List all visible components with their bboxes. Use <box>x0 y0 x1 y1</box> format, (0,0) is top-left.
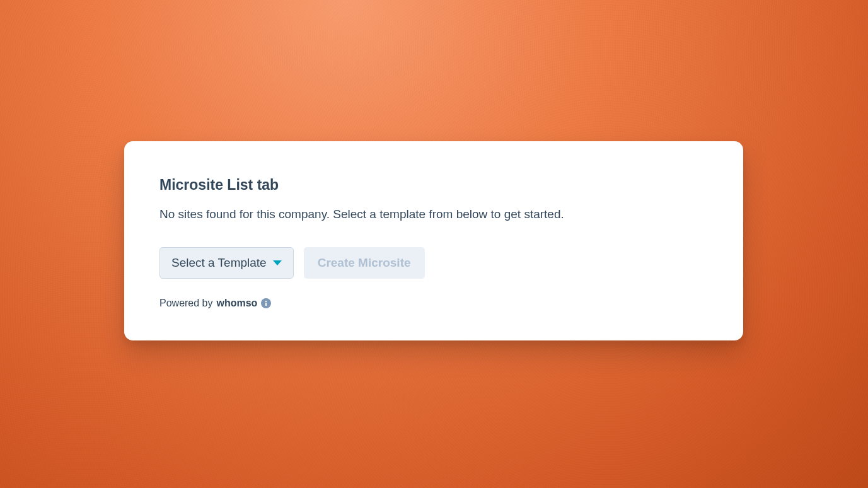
powered-by-footer: Powered by whomso <box>159 298 708 309</box>
card-heading: Microsite List tab <box>159 177 708 194</box>
svg-rect-2 <box>265 301 267 302</box>
powered-by-prefix: Powered by <box>159 298 213 309</box>
select-template-dropdown[interactable]: Select a Template <box>159 247 294 279</box>
card-controls: Select a Template Create Microsite <box>159 247 708 279</box>
caret-down-icon <box>273 260 282 265</box>
svg-rect-1 <box>265 303 267 306</box>
select-template-label: Select a Template <box>171 256 267 270</box>
create-microsite-label: Create Microsite <box>318 256 411 270</box>
card-description: No sites found for this company. Select … <box>159 206 708 223</box>
create-microsite-button[interactable]: Create Microsite <box>304 247 425 279</box>
info-icon[interactable] <box>261 298 271 308</box>
microsite-list-card: Microsite List tab No sites found for th… <box>124 141 743 340</box>
powered-by-brand: whomso <box>217 298 258 309</box>
